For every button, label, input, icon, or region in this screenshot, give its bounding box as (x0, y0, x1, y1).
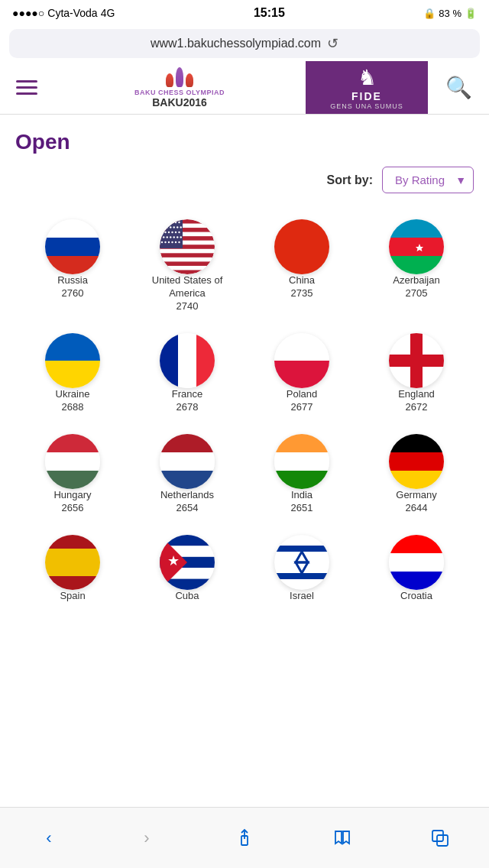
flag-circle (389, 333, 444, 388)
team-rating: 2705 (406, 287, 428, 299)
team-rating: 2677 (291, 401, 313, 413)
svg-point-23 (170, 226, 171, 228)
team-name: Russia (57, 274, 88, 287)
reload-button[interactable]: ↺ (327, 35, 338, 52)
svg-point-17 (168, 222, 170, 223)
network: 4G (101, 7, 115, 19)
menu-button[interactable] (0, 61, 53, 114)
flag-circle: ★ (160, 535, 215, 590)
team-cell[interactable]: England2672 (359, 322, 474, 423)
flag-circle (274, 535, 329, 590)
team-name: Azerbaijan (393, 274, 439, 287)
battery-icon: 🔋 (465, 8, 477, 19)
flag-circle (389, 434, 444, 489)
search-icon: 🔍 (445, 75, 472, 100)
fide-text: FIDE (351, 90, 382, 102)
svg-point-38 (180, 236, 182, 238)
team-cell[interactable]: Croatia (359, 524, 474, 614)
search-button[interactable]: 🔍 (428, 61, 489, 114)
team-name: Cuba (175, 590, 199, 603)
svg-point-37 (176, 236, 178, 238)
team-rating: 2656 (62, 502, 84, 513)
flag-circle (274, 333, 329, 388)
team-cell[interactable]: Ukraine2688 (15, 322, 130, 423)
team-cell[interactable]: Israel (244, 524, 359, 614)
svg-point-25 (176, 226, 178, 228)
team-cell[interactable]: Azerbaijan2705 (359, 209, 474, 322)
svg-point-21 (163, 226, 164, 228)
team-rating: 2651 (291, 502, 313, 513)
team-cell[interactable]: ★Cuba (130, 524, 244, 614)
nav-header: BAKU CHESS OLYMPIAD BAKU2016 ♞ FIDE GENS… (0, 61, 489, 115)
team-name: Poland (287, 388, 317, 401)
team-cell[interactable]: Spain (15, 524, 130, 614)
team-name: Spain (60, 590, 85, 603)
baku-flames (134, 67, 225, 87)
team-cell[interactable]: United States of America2740 (130, 209, 244, 322)
team-name: United States of America (134, 274, 240, 300)
status-bar: ●●●●○ Cyta-Voda 4G 15:15 🔒 83 % 🔋 (0, 0, 489, 26)
sort-select[interactable]: By Rating By Name (382, 167, 474, 193)
flag-circle (389, 219, 444, 274)
svg-point-27 (161, 232, 163, 233)
lock-icon: 🔒 (423, 8, 436, 19)
clock: 15:15 (254, 6, 285, 20)
team-cell[interactable]: Germany2644 (359, 423, 474, 524)
team-cell[interactable]: India2651 (244, 423, 359, 524)
svg-point-39 (161, 241, 163, 243)
team-rating: 2735 (291, 287, 313, 299)
svg-point-22 (167, 226, 168, 228)
flag-circle (274, 219, 329, 274)
address-bar[interactable]: www1.bakuchessolympiad.com ↺ (9, 29, 480, 58)
svg-point-24 (173, 226, 175, 228)
sort-row: Sort by: By Rating By Name ▼ (15, 167, 474, 193)
svg-point-29 (168, 232, 170, 233)
flag-circle (45, 535, 100, 590)
fide-logo[interactable]: ♞ FIDE GENS UNA SUMUS (306, 61, 428, 114)
logo-year: BAKU2016 (134, 96, 225, 108)
team-cell[interactable]: China2735 (244, 209, 359, 322)
signal-dots: ●●●●○ (12, 7, 44, 19)
team-name: Croatia (400, 590, 432, 603)
team-rating: 2760 (62, 287, 84, 299)
team-rating: 2688 (62, 401, 84, 413)
team-cell[interactable]: Russia2760 (15, 209, 130, 322)
flag-circle (389, 535, 444, 590)
flag-circle (45, 434, 100, 489)
svg-point-18 (171, 222, 173, 223)
svg-point-32 (178, 232, 180, 233)
svg-marker-45 (416, 244, 423, 251)
team-name: China (289, 274, 315, 287)
main-content: Open Sort by: By Rating By Name ▼ Russia… (0, 115, 489, 620)
team-name: England (398, 388, 435, 401)
svg-point-16 (164, 222, 166, 223)
svg-point-34 (167, 236, 168, 238)
team-cell[interactable]: Netherlands2654 (130, 423, 244, 524)
team-cell[interactable]: France2678 (130, 322, 244, 423)
svg-point-28 (164, 232, 166, 233)
svg-rect-14 (160, 219, 183, 248)
svg-point-40 (164, 241, 166, 243)
team-name: Germany (396, 489, 436, 502)
url-text[interactable]: www1.bakuchessolympiad.com (151, 37, 321, 50)
svg-point-44 (178, 241, 180, 243)
svg-point-43 (175, 241, 176, 243)
team-rating: 2644 (406, 502, 428, 513)
team-rating: 2654 (176, 502, 199, 513)
team-cell[interactable]: Poland2677 (244, 322, 359, 423)
team-rating: 2672 (406, 401, 428, 413)
battery-percent: 83 % (439, 8, 461, 19)
flag-circle (45, 219, 100, 274)
site-logo[interactable]: BAKU CHESS OLYMPIAD BAKU2016 (53, 61, 306, 114)
svg-point-41 (168, 241, 170, 243)
team-cell[interactable]: Hungary2656 (15, 423, 130, 524)
svg-point-36 (173, 236, 175, 238)
svg-marker-57 (296, 552, 308, 562)
sort-wrapper[interactable]: By Rating By Name ▼ (382, 167, 474, 193)
svg-point-42 (171, 241, 173, 243)
team-name: Netherlands (160, 489, 214, 502)
svg-point-35 (170, 236, 171, 238)
svg-point-31 (175, 232, 176, 233)
carrier: Cyta-Voda (47, 7, 97, 19)
svg-text:★: ★ (167, 553, 180, 568)
